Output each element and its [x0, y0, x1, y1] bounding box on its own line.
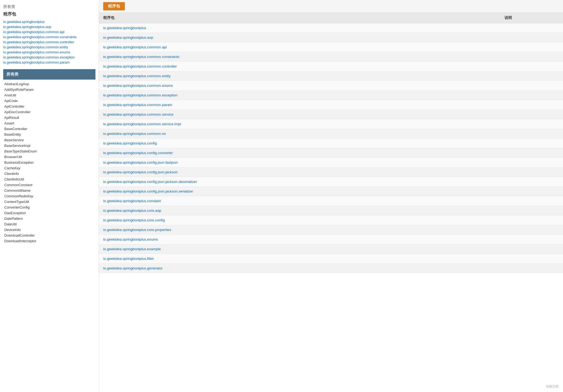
- table-cell-desc: [500, 110, 563, 119]
- table-cell-pkg[interactable]: io.geekidea.springbootplus.core.properti…: [99, 225, 500, 235]
- table-row: io.geekidea.springbootplus.config.json.f…: [99, 158, 563, 167]
- sidebar: 所有类 程序包 io.geekidea.springbootplusio.gee…: [0, 0, 99, 392]
- table-cell-pkg[interactable]: io.geekidea.springbootplus: [99, 23, 500, 33]
- table-cell-pkg[interactable]: io.geekidea.springbootplus.config.json.f…: [99, 158, 500, 167]
- sidebar-class-item[interactable]: BrowserUtil: [3, 154, 95, 160]
- table-cell-pkg[interactable]: io.geekidea.springbootplus.common.contro…: [99, 62, 500, 71]
- table-cell-pkg[interactable]: io.geekidea.springbootplus.example: [99, 244, 500, 254]
- table-cell-desc: [500, 42, 563, 52]
- sidebar-class-item[interactable]: AnsiUtil: [3, 92, 95, 98]
- main-content: 程序包 程序包 说明 io.geekidea.springbootplusio.…: [99, 0, 563, 392]
- sidebar-package-item[interactable]: io.geekidea.springbootplus.common.constr…: [3, 34, 95, 40]
- sidebar-class-item[interactable]: BaseController: [3, 126, 95, 132]
- sidebar-class-item[interactable]: AbstractLogAop: [3, 81, 95, 87]
- table-cell-pkg[interactable]: io.geekidea.springbootplus.common.except…: [99, 91, 500, 100]
- table-row: io.geekidea.springbootplus.core.aop: [99, 206, 563, 215]
- sidebar-package-item[interactable]: io.geekidea.springbootplus: [3, 19, 95, 24]
- sidebar-class-item[interactable]: ClientInfoUtil: [3, 177, 95, 182]
- sidebar-class-item[interactable]: DownloadController: [3, 233, 95, 238]
- table-cell-pkg[interactable]: io.geekidea.springbootplus.core.aop: [99, 206, 500, 215]
- sidebar-package-item[interactable]: io.geekidea.springbootplus.common.entity: [3, 45, 95, 50]
- table-cell-pkg[interactable]: io.geekidea.springbootplus.config.conver…: [99, 148, 500, 158]
- sidebar-package-item[interactable]: io.geekidea.springbootplus.common.api: [3, 29, 95, 34]
- table-cell-pkg[interactable]: io.geekidea.springbootplus.common.param: [99, 100, 500, 110]
- table-row: io.geekidea.springbootplus.config.json.j…: [99, 167, 563, 177]
- table-cell-pkg[interactable]: io.geekidea.springbootplus.config.json.j…: [99, 177, 500, 187]
- table-cell-desc: [500, 177, 563, 187]
- sidebar-class-item[interactable]: BusinessException: [3, 160, 95, 165]
- sidebar-class-item[interactable]: ApiDocController: [3, 109, 95, 115]
- table-cell-pkg[interactable]: io.geekidea.springbootplus.common.constr…: [99, 52, 500, 62]
- table-cell-pkg[interactable]: io.geekidea.springbootplus.constant: [99, 196, 500, 206]
- sidebar-class-item[interactable]: BaseService: [3, 137, 95, 143]
- sidebar-class-item[interactable]: DaoException: [3, 210, 95, 216]
- sidebar-class-item[interactable]: ContentTypeUtil: [3, 199, 95, 205]
- col-header-pkg: 程序包: [99, 13, 500, 23]
- sidebar-class-item[interactable]: ApiCode: [3, 98, 95, 104]
- sidebar-class-item[interactable]: DeviceInfo: [3, 227, 95, 233]
- sidebar-pkg-title: 程序包: [3, 11, 95, 17]
- table-cell-desc: [500, 23, 563, 33]
- table-cell-pkg[interactable]: io.geekidea.springbootplus.generator: [99, 264, 500, 273]
- sidebar-package-list: io.geekidea.springbootplusio.geekidea.sp…: [3, 19, 95, 65]
- table-cell-pkg[interactable]: io.geekidea.springbootplus.common.enums: [99, 81, 500, 91]
- table-cell-pkg[interactable]: io.geekidea.springbootplus.config.json.j…: [99, 167, 500, 177]
- table-row: io.geekidea.springbootplus.example: [99, 244, 563, 254]
- table-cell-pkg[interactable]: io.geekidea.springbootplus.common.vo: [99, 129, 500, 139]
- sidebar-package-item[interactable]: io.geekidea.springbootplus.aop: [3, 24, 95, 29]
- sidebar-class-item[interactable]: BaseTypeStateEnum: [3, 148, 95, 154]
- sidebar-class-item[interactable]: CommonRedisKey: [3, 193, 95, 199]
- table-cell-pkg[interactable]: io.geekidea.springbootplus.common.servic…: [99, 119, 500, 129]
- sidebar-class-item[interactable]: ApiController: [3, 104, 95, 109]
- sidebar-package-item[interactable]: io.geekidea.springbootplus.common.enums: [3, 50, 95, 55]
- sidebar-class-item[interactable]: CommonIdName: [3, 188, 95, 193]
- table-cell-desc: [500, 52, 563, 62]
- sidebar-class-item[interactable]: DateUtil: [3, 221, 95, 227]
- table-cell-desc: [500, 71, 563, 81]
- sidebar-class-item[interactable]: ClientInfo: [3, 171, 95, 177]
- table-cell-pkg[interactable]: io.geekidea.springbootplus.common.api: [99, 42, 500, 52]
- sidebar-class-item[interactable]: ApiResult: [3, 115, 95, 120]
- sidebar-class-item[interactable]: Assert: [3, 120, 95, 126]
- table-row: io.geekidea.springbootplus.generator: [99, 264, 563, 273]
- table-row: io.geekidea.springbootplus.common.enums: [99, 81, 563, 91]
- sidebar-class-item[interactable]: BaseEntity: [3, 132, 95, 137]
- sidebar-class-item[interactable]: ConverterConfig: [3, 205, 95, 210]
- table-cell-pkg[interactable]: io.geekidea.springbootplus.config: [99, 139, 500, 148]
- table-cell-desc: [500, 119, 563, 129]
- table-row: io.geekidea.springbootplus.config.json.j…: [99, 187, 563, 196]
- table-cell-desc: [500, 33, 563, 42]
- sidebar-package-item[interactable]: io.geekidea.springbootplus.common.param: [3, 60, 95, 65]
- table-cell-desc: [500, 225, 563, 235]
- table-cell-pkg[interactable]: io.geekidea.springbootplus.common.entity: [99, 71, 500, 81]
- sidebar-class-item[interactable]: CacheKey: [3, 165, 95, 171]
- table-cell-pkg[interactable]: io.geekidea.springbootplus.aop: [99, 33, 500, 42]
- table-cell-desc: [500, 215, 563, 225]
- sidebar-class-item[interactable]: DatePattern: [3, 216, 95, 221]
- table-cell-desc: [500, 187, 563, 196]
- sidebar-class-header: 所有类: [3, 69, 95, 80]
- sidebar-class-item[interactable]: DownloadInterceptor: [3, 238, 95, 244]
- table-header-row: 程序包 说明: [99, 13, 563, 23]
- table-cell-pkg[interactable]: io.geekidea.springbootplus.common.servic…: [99, 110, 500, 119]
- sidebar-class-item[interactable]: BaseServiceImpl: [3, 143, 95, 148]
- sidebar-package-item[interactable]: io.geekidea.springbootplus.common.contro…: [3, 40, 95, 45]
- table-cell-desc: [500, 235, 563, 244]
- table-row: io.geekidea.springbootplus.common.entity: [99, 71, 563, 81]
- table-row: io.geekidea.springbootplus.common.contro…: [99, 62, 563, 71]
- sidebar-class-item[interactable]: AddSysRoleParam: [3, 87, 95, 92]
- main-tab[interactable]: 程序包: [103, 2, 125, 10]
- table-cell-desc: [500, 206, 563, 215]
- sidebar-package-item[interactable]: io.geekidea.springbootplus.common.except…: [3, 55, 95, 60]
- table-row: io.geekidea.springbootplus.common.servic…: [99, 110, 563, 119]
- packages-table: 程序包 说明 io.geekidea.springbootplusio.geek…: [99, 13, 563, 273]
- table-row: io.geekidea.springbootplus.common.vo: [99, 129, 563, 139]
- table-row: io.geekidea.springbootplus.filter: [99, 254, 563, 264]
- col-header-desc: 说明: [500, 13, 563, 23]
- table-cell-pkg[interactable]: io.geekidea.springbootplus.config.json.j…: [99, 187, 500, 196]
- table-cell-pkg[interactable]: io.geekidea.springbootplus.enums: [99, 235, 500, 244]
- table-cell-pkg[interactable]: io.geekidea.springbootplus.core.config: [99, 215, 500, 225]
- table-cell-pkg[interactable]: io.geekidea.springbootplus.filter: [99, 254, 500, 264]
- sidebar-class-item[interactable]: CommonConstant: [3, 182, 95, 188]
- table-row: io.geekidea.springbootplus.config.conver…: [99, 148, 563, 158]
